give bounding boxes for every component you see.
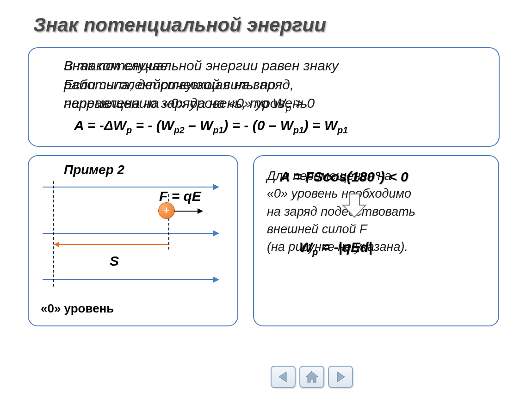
explanation-box: Для перемещения на «0» уровень необходим… <box>253 155 499 326</box>
work-formula: A = FScos(180°) < 0 <box>280 169 408 185</box>
force-label: F = qE <box>159 188 201 204</box>
exp-line4: внешней силой F <box>267 222 367 236</box>
exp-line2: «0» уровень необходимо <box>267 187 411 200</box>
energy-formula: Wp = -|qEd| <box>299 239 372 257</box>
content-row: Пример 2 + F = qE S «0» уровень <box>28 155 504 326</box>
text-layer-front: В таком случае: Если сила, действующая н… <box>64 56 315 114</box>
explanation-inner: Для перемещения на «0» уровень необходим… <box>267 167 485 314</box>
nav-bar <box>271 366 353 388</box>
front-line3: направлена на «0» уровень, то W <box>64 95 286 111</box>
front-line2: Если сила, действующая на заряд, <box>64 77 294 92</box>
zero-level-dashed-line <box>53 181 54 287</box>
next-icon <box>334 371 346 383</box>
displacement-label: S <box>110 253 119 269</box>
field-line-3 <box>43 279 218 280</box>
slide-title: Знак потенциальной энергии <box>28 14 504 36</box>
diagram: + F = qE S <box>38 179 228 300</box>
home-button[interactable] <box>299 366 324 388</box>
field-line-2 <box>43 233 218 234</box>
front-sub: p <box>286 102 291 113</box>
main-formula: A = -ΔWp = - (Wp2 – Wp1) = - (0 – Wp1) =… <box>74 118 486 136</box>
front-line1: В таком случае: <box>64 58 172 73</box>
force-arrow <box>174 211 202 212</box>
example-box: Пример 2 + F = qE S «0» уровень <box>28 155 238 326</box>
positive-charge: + <box>158 202 175 219</box>
down-arrow-icon <box>341 193 368 220</box>
overlapping-text-area: Знак потенциальной энергии равен знаку р… <box>64 56 476 112</box>
example-title: Пример 2 <box>64 162 228 177</box>
home-icon <box>305 370 319 383</box>
displacement-arrow <box>55 244 168 245</box>
slide: Знак потенциальной энергии Знак потенциа… <box>0 0 532 400</box>
definition-box: Знак потенциальной энергии равен знаку р… <box>28 47 500 147</box>
zero-level-label: «0» уровень <box>41 301 228 316</box>
prev-button[interactable] <box>271 366 296 388</box>
front-tail: > 0 <box>291 95 315 111</box>
field-line-1 <box>43 187 218 188</box>
next-button[interactable] <box>328 366 353 388</box>
prev-icon <box>277 371 289 383</box>
